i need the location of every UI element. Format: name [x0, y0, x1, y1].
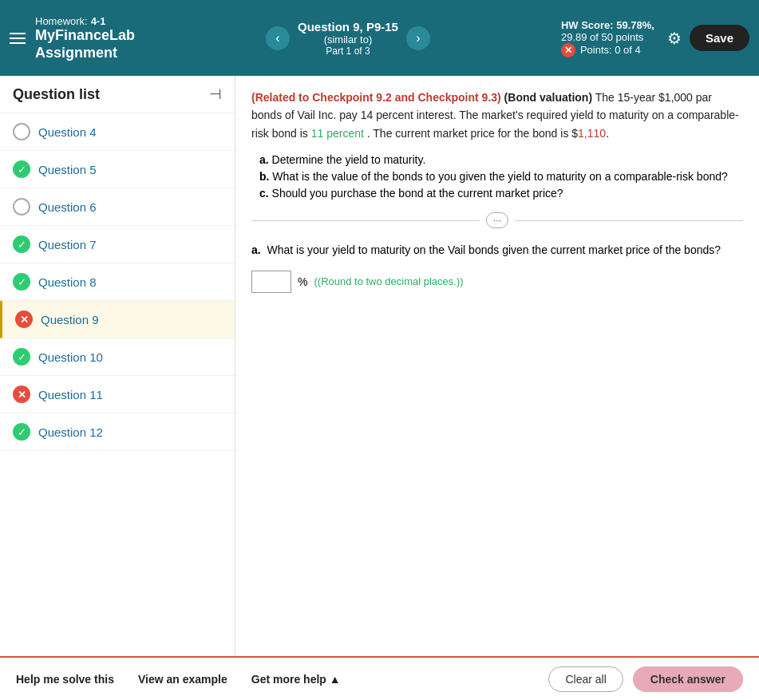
q7-label: Question 7	[38, 238, 97, 251]
status-x-icon: ✕	[13, 386, 30, 403]
prev-question-button[interactable]: ‹	[266, 26, 290, 50]
hw-prefix: Homework: 4-1	[35, 14, 135, 27]
sidebar-item-q7[interactable]: ✓ Question 7	[0, 226, 235, 263]
sidebar-item-q9[interactable]: ✕ Question 9	[0, 301, 235, 338]
question-part: Part 1 of 3	[298, 45, 398, 57]
sidebar-item-q4[interactable]: Question 4	[0, 113, 235, 151]
status-check-icon: ✓	[13, 273, 30, 291]
header-title: Homework: 4-1 MyFinanceLab Assignment	[35, 14, 135, 61]
menu-button[interactable]	[10, 33, 26, 44]
divider-line-right	[515, 220, 743, 221]
sub-c: c. Should you purchase the bond at the c…	[259, 187, 743, 200]
hw-score-sub: 29.89 of 50 points	[561, 31, 654, 43]
divider-line-left	[251, 220, 480, 221]
sidebar-item-q10[interactable]: ✓ Question 10	[0, 338, 235, 376]
q8-label: Question 8	[38, 275, 97, 289]
next-question-button[interactable]: ›	[406, 26, 430, 50]
hw-name: MyFinanceLab	[35, 27, 135, 45]
question-title: Question 9, P9-15	[298, 20, 398, 34]
bottom-bar: Help me solve this View an example Get m…	[0, 656, 759, 700]
part-a-text: What is your yield to maturity on the Va…	[267, 243, 721, 256]
sub-b: b. What is the value of the bonds to you…	[259, 170, 743, 183]
settings-button[interactable]: ⚙	[667, 29, 682, 48]
points-row: ✕ Points: 0 of 4	[561, 43, 654, 57]
q5-label: Question 5	[38, 163, 97, 176]
intro-text2: . The current market price for the bond …	[367, 127, 578, 140]
bottom-links: Help me solve this View an example Get m…	[16, 673, 341, 686]
question-info: Question 9, P9-15 (similar to) Part 1 of…	[298, 20, 398, 57]
collapse-sidebar-button[interactable]: ⊣	[209, 85, 222, 103]
header-actions: ⚙ Save	[667, 25, 749, 51]
part-a-question: a. What is your yield to maturity on the…	[251, 241, 743, 259]
question-body: (Related to Checkpoint 9.2 and Checkpoin…	[251, 89, 743, 142]
q6-label: Question 6	[38, 200, 97, 214]
checkpoint-ref: (Related to Checkpoint 9.2 and Checkpoin…	[251, 91, 501, 104]
intro-end: .	[606, 127, 609, 140]
sidebar-title: Question list	[13, 86, 100, 103]
save-button[interactable]: Save	[690, 25, 749, 51]
status-check-icon: ✓	[13, 160, 30, 178]
answer-row: % ((Round to two decimal places.))	[251, 271, 743, 293]
bottom-actions: Clear all Check answer	[548, 666, 743, 692]
help-solve-button[interactable]: Help me solve this	[16, 673, 114, 686]
hw-type: Assignment	[35, 45, 135, 62]
highlight-yield: 11 percent	[311, 127, 364, 140]
view-example-button[interactable]: View an example	[138, 673, 227, 686]
status-check-icon: ✓	[13, 235, 30, 253]
status-empty-icon	[13, 123, 30, 140]
check-answer-button[interactable]: Check answer	[633, 666, 743, 692]
q12-label: Question 12	[38, 425, 103, 439]
question-nav: ‹ Question 9, P9-15 (similar to) Part 1 …	[135, 20, 561, 57]
bond-valuation-label: (Bond valuation)	[504, 91, 592, 104]
answer-unit: %	[298, 275, 307, 288]
status-x-icon: ✕	[15, 310, 33, 328]
divider: ···	[251, 212, 743, 228]
get-more-help-button[interactable]: Get more help ▲	[251, 673, 341, 686]
status-check-icon: ✓	[13, 423, 30, 441]
sub-questions: a. Determine the yield to maturity. b. W…	[251, 153, 743, 200]
main-area: Question list ⊣ Question 4 ✓ Question 5 …	[0, 76, 759, 656]
header: Homework: 4-1 MyFinanceLab Assignment ‹ …	[0, 0, 759, 76]
sidebar-header: Question list ⊣	[0, 76, 235, 113]
part-a-label: a.	[251, 243, 261, 256]
status-check-icon: ✓	[13, 348, 30, 366]
question-list-sidebar: Question list ⊣ Question 4 ✓ Question 5 …	[0, 76, 235, 656]
sidebar-item-q11[interactable]: ✕ Question 11	[0, 376, 235, 413]
hw-score: HW Score: 59.78%, 29.89 of 50 points ✕ P…	[561, 19, 654, 57]
answer-hint: ((Round to two decimal places.))	[314, 275, 463, 287]
points-label: Points: 0 of 4	[580, 44, 641, 56]
hw-score-label: HW Score: 59.78%,	[561, 19, 654, 31]
sidebar-item-q12[interactable]: ✓ Question 12	[0, 413, 235, 451]
sub-a: a. Determine the yield to maturity.	[259, 153, 743, 166]
answer-input[interactable]	[251, 271, 291, 293]
status-empty-icon	[13, 198, 30, 216]
q4-label: Question 4	[38, 125, 97, 139]
q9-label: Question 9	[41, 313, 99, 326]
sidebar-item-q8[interactable]: ✓ Question 8	[0, 263, 235, 301]
question-similar: (similar to)	[298, 34, 398, 45]
divider-dots: ···	[486, 212, 508, 228]
sidebar-item-q5[interactable]: ✓ Question 5	[0, 151, 235, 188]
points-x-icon: ✕	[561, 43, 575, 57]
question-content: (Related to Checkpoint 9.2 and Checkpoin…	[235, 76, 759, 656]
clear-all-button[interactable]: Clear all	[548, 666, 623, 692]
q11-label: Question 11	[38, 388, 103, 401]
highlight-price: 1,110	[578, 127, 606, 140]
q10-label: Question 10	[38, 350, 103, 364]
sidebar-item-q6[interactable]: Question 6	[0, 188, 235, 226]
